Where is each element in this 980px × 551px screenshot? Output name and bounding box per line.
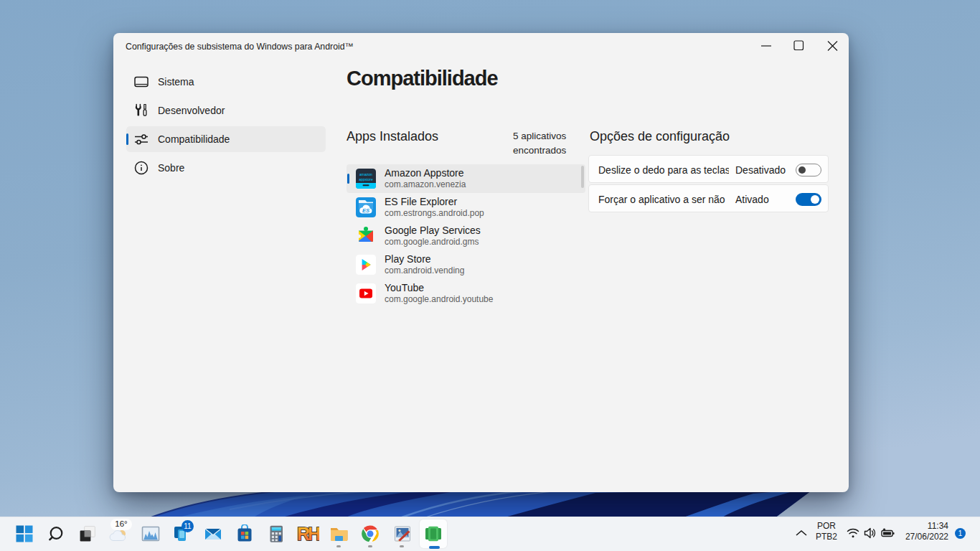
svg-text:RH: RH xyxy=(297,524,319,544)
